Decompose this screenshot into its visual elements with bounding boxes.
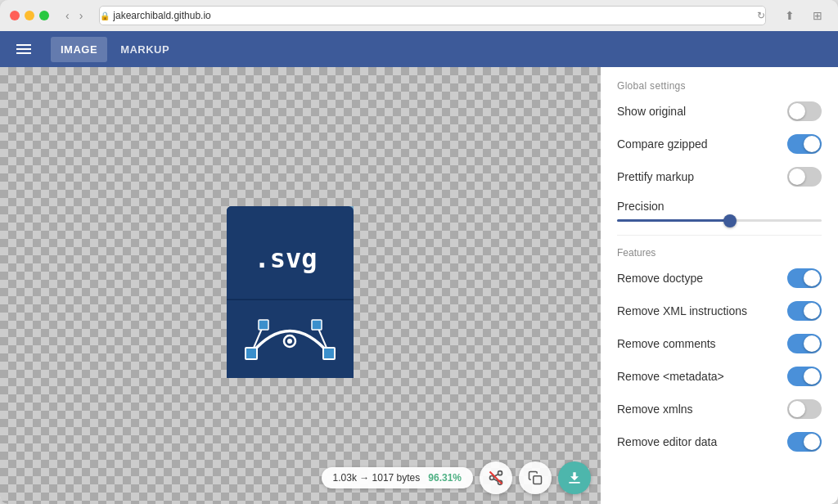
remove-xmlns-row: Remove xmlns: [617, 399, 822, 419]
maximize-button[interactable]: [39, 11, 49, 20]
lock-icon: 🔒: [100, 11, 110, 20]
prettify-markup-toggle[interactable]: [787, 167, 822, 187]
divider: [617, 235, 822, 236]
prettify-markup-label: Prettify markup: [617, 170, 694, 183]
remove-doctype-row: Remove doctype: [617, 268, 822, 288]
remove-editor-label: Remove editor data: [617, 435, 717, 448]
svg-point-13: [287, 339, 292, 344]
global-settings-title: Global settings: [617, 80, 822, 92]
compare-gzipped-toggle[interactable]: [787, 134, 822, 154]
forward-button[interactable]: ›: [76, 7, 87, 24]
compare-gzipped-row: Compare gzipped: [617, 134, 822, 154]
remove-doctype-toggle[interactable]: [787, 268, 822, 288]
address-bar[interactable]: 🔒 jakearchibald.github.io ↻: [99, 6, 766, 25]
svg-line-21: [490, 472, 502, 484]
show-original-label: Show original: [617, 105, 686, 118]
remove-xmlns-label: Remove xmlns: [617, 403, 693, 416]
remove-metadata-label: Remove <metadata>: [617, 370, 724, 383]
remove-metadata-row: Remove <metadata>: [617, 367, 822, 386]
remove-xml-label: Remove XML instructions: [617, 304, 747, 317]
reload-button[interactable]: ↻: [757, 10, 765, 21]
precision-section: Precision: [617, 200, 822, 222]
back-button[interactable]: ‹: [62, 7, 73, 24]
precision-label: Precision: [617, 200, 822, 213]
precision-slider[interactable]: [617, 219, 822, 222]
minimize-button[interactable]: [25, 11, 34, 20]
image-area: .svg: [0, 67, 601, 504]
slider-track: [617, 219, 822, 222]
remove-xml-toggle[interactable]: [787, 301, 822, 321]
remove-xml-row: Remove XML instructions: [617, 301, 822, 321]
tab-markup[interactable]: MARKUP: [110, 37, 179, 62]
svg-rect-7: [227, 370, 354, 378]
no-copy-button[interactable]: [480, 461, 512, 494]
svg-file-illustration: .svg: [219, 182, 382, 390]
close-button[interactable]: [10, 11, 20, 20]
svg-rect-11: [323, 348, 335, 359]
traffic-lights: [10, 11, 49, 20]
remove-comments-toggle[interactable]: [787, 334, 822, 353]
slider-thumb[interactable]: [723, 214, 737, 227]
svg-point-16: [498, 471, 502, 475]
size-text: 1.03k → 1017 bytes 96.31%: [333, 472, 462, 484]
show-original-row: Show original: [617, 101, 822, 121]
svg-text:.svg: .svg: [254, 243, 317, 274]
size-badge: 1.03k → 1017 bytes 96.31%: [322, 467, 473, 488]
nav-arrows: ‹ ›: [62, 7, 86, 24]
remove-comments-row: Remove comments: [617, 334, 822, 353]
remove-xmlns-toggle[interactable]: [787, 399, 822, 419]
remove-editor-row: Remove editor data: [617, 432, 822, 452]
remove-metadata-toggle[interactable]: [787, 367, 822, 386]
remove-doctype-label: Remove doctype: [617, 272, 703, 285]
tab-image[interactable]: IMAGE: [51, 37, 107, 62]
compare-gzipped-label: Compare gzipped: [617, 137, 708, 151]
copy-button[interactable]: [519, 461, 552, 494]
svg-rect-22: [534, 476, 542, 484]
download-button[interactable]: [558, 461, 591, 494]
slider-fill: [617, 219, 730, 222]
svg-rect-15: [312, 320, 322, 330]
title-bar: ‹ › 🔒 jakearchibald.github.io ↻ ⬆ ⊞: [0, 0, 838, 31]
main-content: .svg: [0, 67, 838, 504]
svg-point-17: [490, 476, 494, 480]
savings-percent: 96.31%: [428, 472, 462, 484]
svg-rect-10: [246, 348, 257, 359]
share-button[interactable]: ⬆: [779, 5, 800, 26]
menu-button[interactable]: [13, 41, 34, 57]
remove-editor-toggle[interactable]: [787, 432, 822, 452]
remove-comments-label: Remove comments: [617, 337, 716, 350]
svg-rect-14: [259, 320, 268, 330]
new-tab-button[interactable]: ⊞: [807, 5, 828, 26]
show-original-toggle[interactable]: [787, 101, 822, 121]
window-controls: ⬆ ⊞: [779, 5, 828, 26]
settings-panel: Global settings Show original Compare gz…: [601, 67, 838, 504]
features-title: Features: [617, 247, 822, 259]
toolbar: IMAGE MARKUP: [0, 31, 838, 67]
image-bottom-bar: 1.03k → 1017 bytes 96.31%: [322, 461, 591, 494]
url-text: jakearchibald.github.io: [113, 10, 210, 21]
prettify-markup-row: Prettify markup: [617, 167, 822, 187]
